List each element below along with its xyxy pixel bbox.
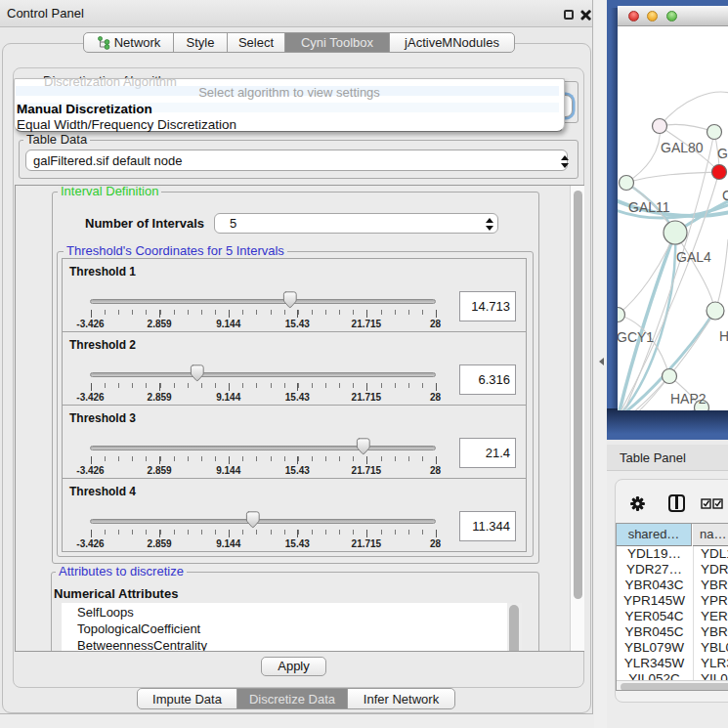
svg-text:GAL4: GAL4 (676, 249, 711, 265)
svg-text:GCY1: GCY1 (618, 329, 654, 345)
svg-text:HAP2: HAP2 (670, 391, 707, 407)
svg-text:GAL11: GAL11 (628, 199, 670, 215)
svg-text:H: H (719, 328, 728, 344)
svg-text:C: C (722, 188, 728, 203)
svg-text:GAL80: GAL80 (661, 140, 704, 155)
svg-text:GA: GA (717, 146, 728, 161)
